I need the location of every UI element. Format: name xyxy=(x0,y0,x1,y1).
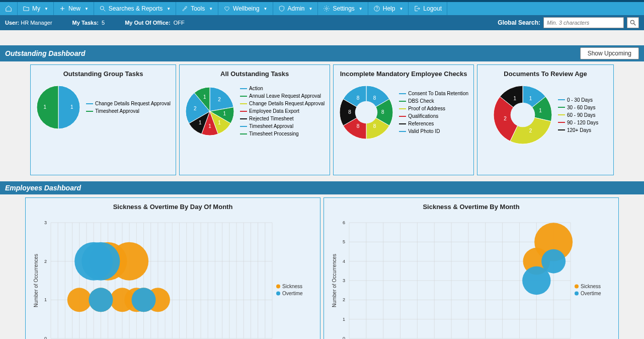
svg-point-5 xyxy=(630,20,634,24)
svg-point-117 xyxy=(541,249,566,274)
svg-text:2: 2 xyxy=(529,128,532,133)
svg-point-82 xyxy=(276,285,280,289)
svg-text:3: 3 xyxy=(44,220,47,225)
svg-text:0: 0 xyxy=(343,336,345,339)
nav-my[interactable]: My▼ xyxy=(18,2,54,15)
svg-text:2: 2 xyxy=(44,259,47,264)
nav-wellbeing[interactable]: Wellbeing▼ xyxy=(218,2,273,15)
svg-point-2 xyxy=(326,8,328,10)
chevron-down-icon: ▼ xyxy=(44,7,48,11)
nav-admin[interactable]: Admin▼ xyxy=(273,2,318,15)
plus-icon xyxy=(59,5,66,12)
employees-dashboard-header: Employees Dashboard xyxy=(0,181,644,194)
svg-text:8: 8 xyxy=(381,109,384,115)
legend-documents: 0 - 30 Days30 - 60 Days60 - 90 Days90 - … xyxy=(558,96,598,134)
card-mandatory-checks[interactable]: Incomplete Mandatory Employee Checks 888… xyxy=(333,64,474,175)
svg-text:1: 1 xyxy=(199,119,202,125)
outstanding-title: Outstanding Dashboard xyxy=(5,49,85,57)
svg-text:2: 2 xyxy=(218,97,221,102)
svg-point-80 xyxy=(132,288,156,312)
card-documents-age[interactable]: Documents To Review Age 11221 0 - 30 Day… xyxy=(477,64,614,175)
chevron-down-icon: ▼ xyxy=(209,7,213,11)
question-icon xyxy=(373,5,380,12)
svg-text:1: 1 xyxy=(44,104,47,110)
donut-documents: 11221 xyxy=(493,85,553,145)
logout-icon xyxy=(414,5,421,12)
svg-point-79 xyxy=(89,288,113,312)
svg-text:1: 1 xyxy=(539,108,542,113)
global-search-input[interactable] xyxy=(543,17,624,28)
gear-icon xyxy=(323,5,330,12)
card-sickness-month[interactable]: Sickness & Overtime By Month 0123456Numb… xyxy=(324,197,619,339)
global-search-label: Global Search: xyxy=(498,19,540,26)
svg-text:0: 0 xyxy=(44,336,47,339)
svg-text:1: 1 xyxy=(529,96,532,101)
legend-group-tasks: Change Details Request ApprovalTimesheet… xyxy=(86,100,171,115)
svg-text:8: 8 xyxy=(349,109,352,115)
pie-group-tasks: 11 xyxy=(36,85,81,130)
svg-point-78 xyxy=(82,242,120,281)
chevron-down-icon: ▼ xyxy=(309,7,313,11)
svg-text:8: 8 xyxy=(373,95,376,101)
svg-text:2: 2 xyxy=(343,297,345,302)
svg-text:Sickness: Sickness xyxy=(581,284,601,289)
card-group-tasks[interactable]: Outstanding Group Tasks 11 Change Detail… xyxy=(30,64,176,175)
outstanding-card-row: Outstanding Group Tasks 11 Change Detail… xyxy=(0,61,644,178)
nav-settings[interactable]: Settings▼ xyxy=(318,2,368,15)
svg-text:6: 6 xyxy=(343,220,345,225)
outstanding-dashboard-header: Outstanding Dashboard Show Upcoming xyxy=(0,45,644,61)
svg-text:Overtime: Overtime xyxy=(282,291,303,296)
svg-text:8: 8 xyxy=(373,123,376,129)
show-upcoming-button[interactable]: Show Upcoming xyxy=(580,47,639,59)
employees-card-row: Sickness & Overtime By Day Of Month 0123… xyxy=(0,194,644,339)
nav-logout[interactable]: Logout xyxy=(409,2,447,15)
bubble-chart-month: 0123456Number of OccurrencesSicknessOver… xyxy=(329,218,611,339)
svg-text:1: 1 xyxy=(44,297,47,302)
svg-text:Overtime: Overtime xyxy=(581,291,601,296)
svg-line-6 xyxy=(634,24,636,26)
svg-text:4: 4 xyxy=(343,259,345,264)
pie-all-tasks: 2111121 xyxy=(185,86,235,137)
legend-all-tasks: ActionAnnual Leave Request ApprovalChang… xyxy=(240,85,325,138)
nav-home[interactable] xyxy=(0,2,18,15)
employees-title: Employees Dashboard xyxy=(5,184,81,192)
svg-text:2: 2 xyxy=(504,116,507,121)
global-search-button[interactable] xyxy=(627,17,639,28)
svg-text:5: 5 xyxy=(343,239,345,244)
card-sickness-day[interactable]: Sickness & Overtime By Day Of Month 0123… xyxy=(25,197,320,339)
home-icon xyxy=(5,5,12,12)
chevron-down-icon: ▼ xyxy=(264,7,268,11)
svg-point-28 xyxy=(511,103,535,127)
donut-checks: 888888 xyxy=(339,85,394,140)
out-of-office-info[interactable]: My Out Of Office: OFF xyxy=(125,20,185,26)
svg-text:8: 8 xyxy=(357,123,360,129)
svg-text:1: 1 xyxy=(514,96,517,101)
nav-new[interactable]: New▼ xyxy=(54,2,94,15)
svg-point-4 xyxy=(376,10,377,10)
svg-point-119 xyxy=(575,285,579,289)
svg-point-22 xyxy=(355,101,378,124)
svg-text:1: 1 xyxy=(218,119,221,125)
svg-point-84 xyxy=(276,292,280,296)
card-all-tasks[interactable]: All Outstanding Tasks 2111121 ActionAnnu… xyxy=(179,64,330,175)
heart-icon xyxy=(223,5,230,12)
bubble-chart-day: 0123Number of OccurrencesSicknessOvertim… xyxy=(31,218,312,339)
svg-point-121 xyxy=(575,292,579,296)
svg-text:1: 1 xyxy=(208,123,211,128)
svg-text:Number of Occurrences: Number of Occurrences xyxy=(332,254,337,307)
svg-point-69 xyxy=(67,288,92,312)
search-icon xyxy=(99,5,106,12)
nav-searches-reports[interactable]: Searches & Reports▼ xyxy=(94,2,176,15)
chevron-down-icon: ▼ xyxy=(85,7,89,11)
chevron-down-icon: ▼ xyxy=(167,7,171,11)
shield-icon xyxy=(278,5,285,12)
svg-text:1: 1 xyxy=(70,104,73,110)
chevron-down-icon: ▼ xyxy=(399,7,403,11)
nav-tools[interactable]: Tools▼ xyxy=(176,2,218,15)
my-tasks-info[interactable]: My Tasks: 5 xyxy=(72,20,105,26)
sub-bar: User: HR Manager My Tasks: 5 My Out Of O… xyxy=(0,15,644,30)
svg-text:3: 3 xyxy=(343,278,345,283)
top-nav: My▼New▼Searches & Reports▼Tools▼Wellbein… xyxy=(0,0,644,15)
nav-help[interactable]: Help▼ xyxy=(368,2,409,15)
svg-text:Number of Occurrences: Number of Occurrences xyxy=(33,254,39,307)
